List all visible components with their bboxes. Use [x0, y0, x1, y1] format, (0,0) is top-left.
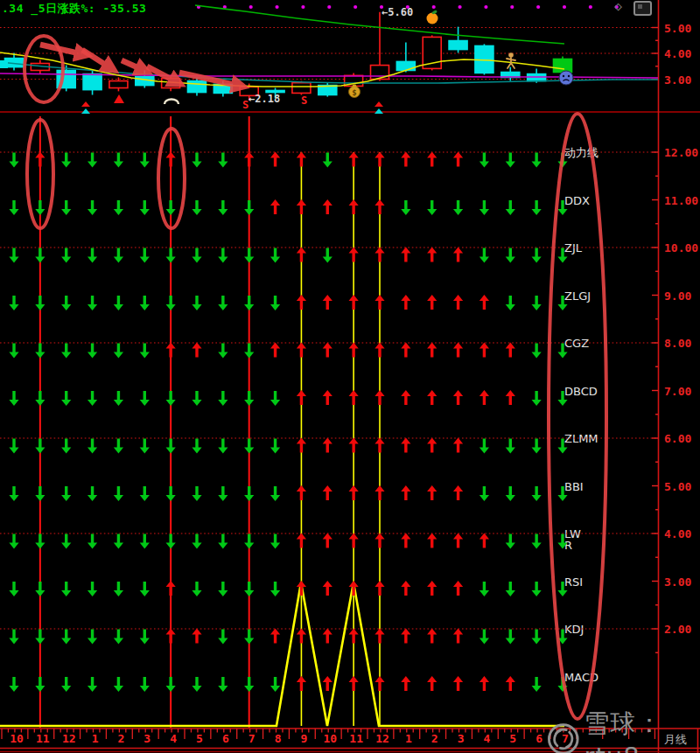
up-signal-arrow: [427, 676, 437, 691]
down-signal-arrow: [270, 677, 280, 692]
up-signal-arrow: [401, 343, 410, 358]
down-signal-arrow: [88, 630, 97, 645]
chart-canvas: $: [0, 0, 700, 753]
down-signal-arrow: [192, 391, 201, 406]
up-signal-arrow: [349, 533, 359, 548]
up-signal-arrow: [506, 676, 515, 691]
up-signal-arrow: [401, 485, 410, 500]
down-signal-arrow: [532, 630, 542, 645]
down-signal-arrow: [9, 200, 18, 215]
up-signal-arrow: [453, 343, 463, 358]
down-signal-arrow: [427, 200, 437, 215]
down-signal-arrow: [61, 200, 71, 215]
down-signal-arrow: [114, 296, 123, 310]
down-signal-arrow: [35, 486, 45, 501]
down-signal-arrow: [88, 248, 97, 263]
down-signal-arrow: [323, 153, 332, 168]
up-signal-arrow: [374, 152, 384, 167]
down-signal-arrow: [557, 248, 567, 263]
sell-mark: S: [242, 99, 248, 111]
down-signal-arrow: [270, 534, 280, 549]
down-signal-arrow: [35, 391, 45, 406]
panel-icon[interactable]: [634, 1, 652, 16]
sell-mark: S: [301, 94, 307, 107]
down-signal-arrow: [35, 296, 45, 310]
up-signal-arrow: [297, 485, 306, 500]
up-signal-arrow: [297, 390, 306, 405]
up-signal-arrow: [453, 152, 463, 167]
up-signal-arrow: [297, 152, 306, 167]
down-signal-arrow: [244, 391, 254, 406]
up-signal-arrow: [349, 343, 359, 358]
down-signal-arrow: [557, 391, 567, 406]
down-signal-arrow: [166, 200, 176, 215]
down-signal-arrow: [557, 486, 567, 501]
down-signal-arrow: [9, 677, 18, 692]
down-signal-arrow: [506, 200, 515, 215]
svg-text:$: $: [352, 88, 356, 97]
down-signal-arrow: [166, 486, 176, 501]
down-signal-arrow: [61, 153, 71, 168]
down-signal-arrow: [532, 344, 542, 359]
down-signal-arrow: [61, 630, 71, 645]
diamond-icon[interactable]: ◇: [614, 0, 622, 14]
down-signal-arrow: [35, 677, 45, 692]
up-signal-arrow: [453, 390, 463, 405]
up-signal-arrow: [349, 295, 359, 310]
down-signal-arrow: [9, 153, 18, 168]
down-signal-arrow: [557, 153, 567, 168]
down-signal-arrow: [244, 248, 254, 263]
down-signal-arrow: [166, 391, 176, 406]
up-signal-arrow: [323, 581, 332, 596]
down-signal-arrow: [140, 200, 150, 215]
down-signal-arrow: [244, 200, 254, 215]
up-signal-arrow: [427, 152, 437, 167]
up-signal-arrow: [374, 676, 384, 691]
up-signal-arrow: [480, 295, 489, 310]
down-signal-arrow: [9, 344, 18, 359]
down-signal-arrow: [480, 439, 489, 454]
down-signal-arrow: [532, 153, 542, 168]
down-signal-arrow: [35, 630, 45, 645]
down-signal-arrow: [61, 582, 71, 596]
down-signal-arrow: [114, 677, 123, 692]
up-signal-arrow: [480, 390, 489, 405]
down-signal-arrow: [88, 534, 97, 549]
up-signal-arrow: [427, 343, 437, 358]
down-signal-arrow: [140, 248, 150, 263]
down-signal-arrow: [270, 296, 280, 310]
up-signal-arrow: [349, 152, 359, 167]
watermark-text: 雪球：rtu8: [584, 707, 700, 753]
up-signal-arrow: [270, 152, 280, 167]
up-signal-arrow: [401, 676, 410, 691]
down-signal-arrow: [140, 296, 150, 310]
down-signal-arrow: [218, 200, 228, 215]
down-signal-arrow: [506, 486, 515, 501]
down-signal-arrow: [114, 153, 123, 168]
up-signal-arrow: [349, 438, 359, 453]
down-signal-arrow: [140, 344, 150, 359]
down-signal-arrow: [114, 582, 123, 596]
up-signal-arrow: [427, 438, 437, 453]
up-signal-arrow: [297, 676, 306, 691]
down-signal-arrow: [557, 630, 567, 645]
up-signal-arrow: [349, 581, 359, 596]
down-signal-arrow: [218, 582, 228, 596]
down-signal-arrow: [35, 248, 45, 263]
down-signal-arrow: [192, 486, 201, 501]
down-signal-arrow: [401, 200, 410, 215]
down-signal-arrow: [9, 391, 18, 406]
up-signal-arrow: [297, 581, 306, 596]
down-signal-arrow: [140, 391, 150, 406]
up-signal-arrow: [401, 629, 410, 644]
down-signal-arrow: [88, 153, 97, 168]
down-signal-arrow: [244, 344, 254, 359]
down-signal-arrow: [270, 582, 280, 596]
down-signal-arrow: [506, 248, 515, 263]
down-signal-arrow: [88, 582, 97, 596]
down-signal-arrow: [61, 344, 71, 359]
down-signal-arrow: [323, 248, 332, 263]
up-signal-arrow: [297, 629, 306, 644]
up-signal-arrow: [401, 581, 410, 596]
up-signal-arrow: [270, 343, 280, 358]
